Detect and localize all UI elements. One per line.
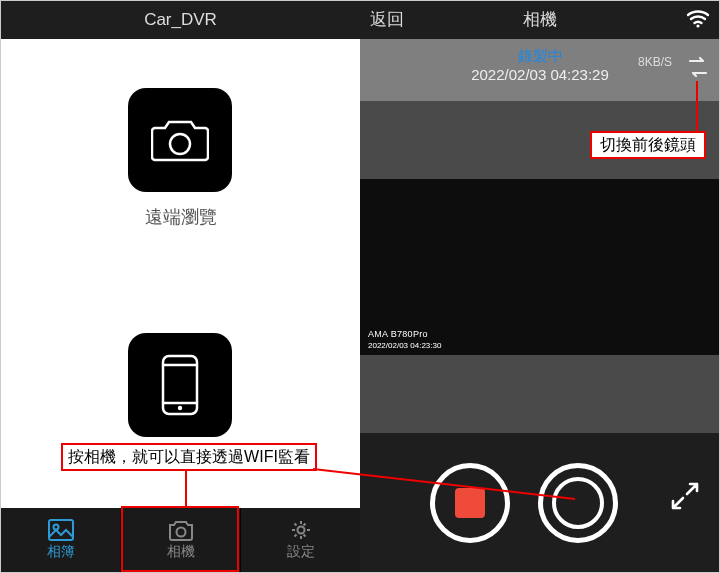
letterbox-bottom (360, 355, 720, 433)
shutter-button[interactable] (538, 463, 618, 543)
back-button[interactable]: 返回 (370, 1, 404, 39)
switch-camera-icon[interactable] (686, 55, 710, 79)
switch-camera-callout: 切換前後鏡頭 (590, 131, 706, 159)
left-screen: Car_DVR 遠端瀏覽 按相機，就可以直接透過WIFI監看 (1, 1, 360, 572)
phone-icon (160, 353, 200, 417)
nav-settings[interactable]: 設定 (241, 508, 360, 572)
remote-browse-tile[interactable] (128, 88, 232, 192)
svg-point-0 (170, 134, 190, 154)
svg-rect-5 (49, 520, 73, 540)
bitrate: 8KB/S (638, 55, 672, 69)
svg-point-4 (178, 406, 182, 410)
wifi-icon (686, 7, 710, 29)
watermark-time: 2022/02/03 04:23:30 (368, 341, 441, 350)
nav-camera-highlight (121, 506, 239, 572)
camera-icon (151, 116, 209, 164)
right-screen: 返回 相機 錄製中 2022/02/03 04:23:29 8KB/S AMA … (360, 1, 720, 572)
nav-settings-label: 設定 (287, 543, 315, 561)
remote-browse-label: 遠端瀏覽 (1, 205, 360, 229)
svg-point-8 (297, 527, 304, 534)
app-title: Car_DVR (1, 1, 360, 39)
callout-line (185, 469, 187, 507)
right-title: 相機 (360, 1, 720, 39)
record-stop-icon (455, 488, 485, 518)
svg-point-9 (696, 24, 699, 27)
switch-camera-line (696, 81, 698, 131)
gear-icon (288, 519, 314, 541)
recording-info-bar: 錄製中 2022/02/03 04:23:29 8KB/S (360, 39, 720, 101)
watermark-model: AMA B780Pro (368, 329, 428, 339)
nav-album-label: 相簿 (47, 543, 75, 561)
record-stop-button[interactable] (430, 463, 510, 543)
phone-tile[interactable] (128, 333, 232, 437)
fullscreen-icon[interactable] (670, 481, 700, 511)
instruction-callout: 按相機，就可以直接透過WIFI監看 (61, 443, 317, 471)
nav-album[interactable]: 相簿 (1, 508, 120, 572)
live-viewport[interactable]: AMA B780Pro 2022/02/03 04:23:30 (360, 179, 720, 355)
right-header: 返回 相機 (360, 1, 720, 39)
gallery-icon (48, 519, 74, 541)
control-bar (360, 433, 720, 572)
